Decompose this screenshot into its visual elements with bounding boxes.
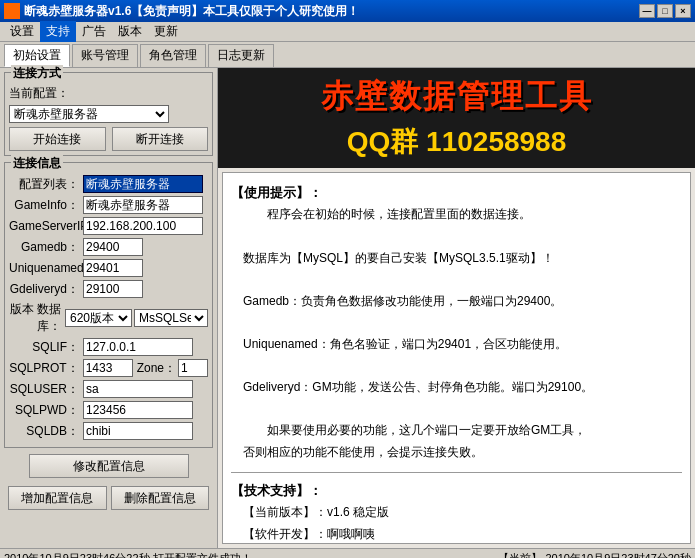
sqlif-input[interactable]	[83, 338, 193, 356]
tab-log-update[interactable]: 日志更新	[208, 44, 274, 67]
tab-bar: 初始设置 账号管理 角色管理 日志更新	[0, 42, 695, 68]
help-line-7: 否则相应的功能不能使用，会提示连接失败。	[243, 442, 682, 464]
sqldb-input[interactable]	[83, 422, 193, 440]
config-list-row: 配置列表：	[9, 175, 208, 193]
sqluser-label: SQLUSER：	[9, 381, 79, 398]
app-icon	[4, 3, 20, 19]
gamedb-row: Gamedb：	[9, 238, 208, 256]
config-dropdown[interactable]: 断魂赤壁服务器	[9, 105, 169, 123]
menu-support[interactable]: 支持	[40, 21, 76, 42]
gameserverip-label: GameServerIP：	[9, 218, 79, 235]
help-line-2: 数据库为【MySQL】的要自己安装【MySQL3.5.1驱动】！	[243, 248, 682, 270]
sqlprot-row: SQLPROT： Zone：	[9, 359, 208, 377]
minimize-button[interactable]: —	[639, 4, 655, 18]
help-line-1: 程序会在初始的时候，连接配置里面的数据连接。	[243, 204, 682, 226]
banner-qq: QQ群 110258988	[347, 123, 567, 161]
zone-input[interactable]	[178, 359, 208, 377]
status-bar: 2010年10月9日23时46分22秒 打开配置文件成功！ 【当前】-2010年…	[0, 548, 695, 558]
tech-line-1: 【当前版本】：v1.6 稳定版	[243, 502, 682, 524]
help-line-4: Uniquenamed：角色名验证，端口为29401，合区功能使用。	[243, 334, 682, 356]
connection-group-label: 连接方式	[11, 65, 63, 82]
menu-update[interactable]: 更新	[148, 21, 184, 42]
connect-buttons: 开始连接 断开连接	[9, 127, 208, 151]
gameinfo-row: GameInfo：	[9, 196, 208, 214]
gamedb-input[interactable]	[83, 238, 143, 256]
version-label: 版本 数据库：	[9, 301, 61, 335]
menu-settings[interactable]: 设置	[4, 21, 40, 42]
gameinfo-label: GameInfo：	[9, 197, 79, 214]
help-section-2: 【技术支持】： 【当前版本】：v1.6 稳定版 【软件开发】：啊哦啊咦 【联系Q…	[231, 479, 682, 544]
help-line-3: Gamedb：负责角色数据修改功能使用，一般端口为29400。	[243, 291, 682, 313]
db-type-select[interactable]: MsSQLServer	[134, 309, 208, 327]
main-content: 连接方式 当前配置： 断魂赤壁服务器 开始连接 断开连接 连接信息	[0, 68, 695, 548]
gameinfo-input[interactable]	[83, 196, 203, 214]
banner: 赤壁数据管理工具 QQ群 110258988	[218, 68, 695, 168]
banner-title: 赤壁数据管理工具	[321, 75, 593, 119]
menu-ad[interactable]: 广告	[76, 21, 112, 42]
menu-version[interactable]: 版本	[112, 21, 148, 42]
config-select-row: 断魂赤壁服务器	[9, 105, 208, 123]
gamedb-label: Gamedb：	[9, 239, 79, 256]
help-section-1: 【使用提示】： 程序会在初始的时候，连接配置里面的数据连接。 数据库为【MySQ…	[231, 181, 682, 464]
sqlprot-input[interactable]	[83, 359, 133, 377]
sqluser-row: SQLUSER：	[9, 380, 208, 398]
status-right: 【当前】-2010年10月9日23时47分20秒	[498, 551, 691, 558]
tab-role-mgmt[interactable]: 角色管理	[140, 44, 206, 67]
title-bar: 断魂赤壁服务器v1.6【免责声明】本工具仅限于个人研究使用！ — □ ×	[0, 0, 695, 22]
sqlif-label: SQLIF：	[9, 339, 79, 356]
connection-info-label: 连接信息	[11, 155, 63, 172]
help-header-1: 【使用提示】：	[231, 181, 682, 204]
help-header-2: 【技术支持】：	[231, 479, 682, 502]
help-line-6: 如果要使用必要的功能，这几个端口一定要开放给GM工具，	[243, 420, 682, 442]
info-panel: 【使用提示】： 程序会在初始的时候，连接配置里面的数据连接。 数据库为【MySQ…	[222, 172, 691, 544]
connection-info-group: 连接信息 配置列表： GameInfo： GameServerIP： Gamed…	[4, 162, 213, 448]
tab-account-mgmt[interactable]: 账号管理	[72, 44, 138, 67]
sqlpwd-row: SQLPWD：	[9, 401, 208, 419]
maximize-button[interactable]: □	[657, 4, 673, 18]
config-list-label: 配置列表：	[9, 176, 79, 193]
add-delete-buttons: 增加配置信息 删除配置信息	[4, 482, 213, 514]
sqlpwd-input[interactable]	[83, 401, 193, 419]
sqlif-row: SQLIF：	[9, 338, 208, 356]
config-list-input[interactable]	[83, 175, 203, 193]
close-button[interactable]: ×	[675, 4, 691, 18]
uniquenamed-row: Uniquenamed：	[9, 259, 208, 277]
connect-button[interactable]: 开始连接	[9, 127, 106, 151]
menu-bar: 设置 支持 广告 版本 更新	[0, 22, 695, 42]
right-panel: 赤壁数据管理工具 QQ群 110258988 【使用提示】： 程序会在初始的时候…	[218, 68, 695, 548]
uniquenamed-label: Uniquenamed：	[9, 260, 79, 277]
sqluser-input[interactable]	[83, 380, 193, 398]
gameserverip-input[interactable]	[83, 217, 203, 235]
gdeliveryd-row: Gdeliveryd：	[9, 280, 208, 298]
zone-label: Zone：	[137, 360, 176, 377]
current-config-row: 当前配置：	[9, 85, 208, 102]
add-config-button[interactable]: 增加配置信息	[8, 486, 107, 510]
window-title: 断魂赤壁服务器v1.6【免责声明】本工具仅限于个人研究使用！	[24, 3, 639, 20]
tab-initial-setup[interactable]: 初始设置	[4, 44, 70, 67]
sqldb-row: SQLDB：	[9, 422, 208, 440]
delete-config-button[interactable]: 删除配置信息	[111, 486, 210, 510]
help-line-5: Gdeliveryd：GM功能，发送公告、封停角色功能。端口为29100。	[243, 377, 682, 399]
modify-config-button[interactable]: 修改配置信息	[29, 454, 189, 478]
help-divider	[231, 472, 682, 473]
status-left: 2010年10月9日23时46分22秒 打开配置文件成功！	[4, 551, 498, 558]
window-controls: — □ ×	[639, 4, 691, 18]
current-config-label: 当前配置：	[9, 85, 69, 102]
version-select[interactable]: 620版本	[65, 309, 132, 327]
sqlpwd-label: SQLPWD：	[9, 402, 79, 419]
uniquenamed-input[interactable]	[83, 259, 143, 277]
sqldb-label: SQLDB：	[9, 423, 79, 440]
disconnect-button[interactable]: 断开连接	[112, 127, 209, 151]
connection-group: 连接方式 当前配置： 断魂赤壁服务器 开始连接 断开连接	[4, 72, 213, 156]
sqlprot-label: SQLPROT：	[9, 360, 79, 377]
gameserverip-row: GameServerIP：	[9, 217, 208, 235]
left-panel: 连接方式 当前配置： 断魂赤壁服务器 开始连接 断开连接 连接信息	[0, 68, 218, 548]
gdeliveryd-label: Gdeliveryd：	[9, 281, 79, 298]
tech-line-2: 【软件开发】：啊哦啊咦	[243, 524, 682, 545]
gdeliveryd-input[interactable]	[83, 280, 143, 298]
version-row: 版本 数据库： 620版本 MsSQLServer	[9, 301, 208, 335]
